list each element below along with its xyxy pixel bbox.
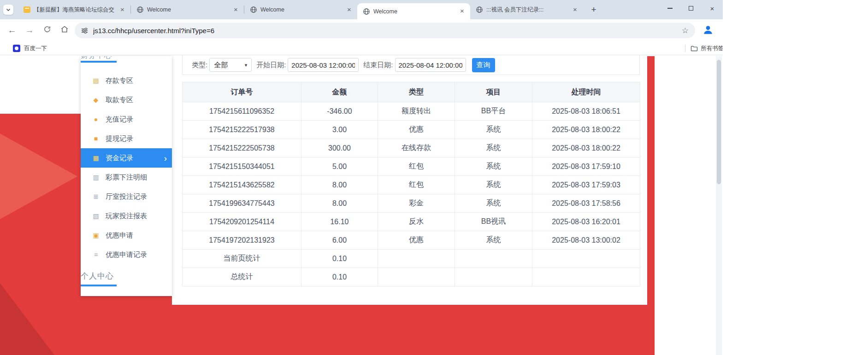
records-table: 订单号 金额 类型 项目 处理时间 1754215611096352-346.0… <box>182 82 640 286</box>
cell: 系统 <box>455 231 532 250</box>
all-bookmarks-button[interactable]: 所有书签 <box>691 43 723 54</box>
bookmark-baidu[interactable]: 百度一下 <box>9 43 51 54</box>
home-icon <box>60 25 69 34</box>
tab-title: :::视讯 会员下注纪录::: <box>486 6 567 14</box>
type-select[interactable]: 全部 ▾ <box>209 58 252 72</box>
tab-close-icon[interactable]: × <box>345 6 354 14</box>
cell: 2025-08-03 17:58:56 <box>532 194 640 213</box>
table-row: 17541996347754438.00彩金系统2025-08-03 17:58… <box>183 194 640 213</box>
bookmark-star-icon[interactable]: ☆ <box>682 26 689 35</box>
cell: 0.10 <box>301 268 378 286</box>
section-underline <box>81 285 117 286</box>
profile-avatar[interactable] <box>701 23 715 37</box>
cell: 总统计 <box>183 268 301 286</box>
sidebar-item-player-bet-report[interactable]: ▨ 玩家投注报表 <box>81 206 172 226</box>
sidebar: 财务中心 ▤ 存款专区 ◆ 取款专区 ● 充值记录 ■ 提现记录 <box>81 56 172 296</box>
cell: 额度转出 <box>378 102 455 121</box>
cell: 1754215143625582 <box>183 176 301 194</box>
query-button[interactable]: 查询 <box>472 58 495 72</box>
sidebar-item-label: 资金记录 <box>106 154 133 163</box>
browser-tab-1[interactable]: 【新提醒】海燕策略论坛综合交 × <box>18 0 130 19</box>
sidebar-item-hall-bet-records[interactable]: ≣ 厅室投注记录 <box>81 187 172 206</box>
tab-close-icon[interactable]: × <box>571 6 579 14</box>
end-date-label: 结束日期: <box>363 61 393 70</box>
cell: BB平台 <box>455 102 532 121</box>
browser-tab-2[interactable]: Welcome × <box>131 0 244 19</box>
recharge-icon: ● <box>92 116 100 123</box>
col-project: 项目 <box>455 82 532 102</box>
tab-close-icon[interactable]: × <box>458 7 466 16</box>
cell: 8.00 <box>301 194 378 213</box>
page-scrollbar[interactable] <box>716 56 722 355</box>
forward-button[interactable]: → <box>23 25 36 35</box>
cell: 优惠 <box>378 231 455 250</box>
close-window-button[interactable]: × <box>702 0 723 17</box>
table-header-row: 订单号 金额 类型 项目 处理时间 <box>183 82 640 102</box>
cell: 2025-08-03 17:59:03 <box>532 176 640 194</box>
filter-bar: 类型: 全部 ▾ 开始日期: 结束日期: 查询 <box>182 55 640 75</box>
sidebar-item-withdrawal-records[interactable]: ■ 提现记录 <box>81 129 172 148</box>
cell: 0.10 <box>301 250 378 268</box>
end-date-input[interactable] <box>395 58 466 72</box>
sidebar-item-label: 取款专区 <box>106 96 133 105</box>
table-row: 1754215611096352-346.00额度转出BB平台2025-08-0… <box>183 102 640 121</box>
bookmarks-bar: 百度一下 所有书签 <box>0 41 723 55</box>
sidebar-item-label: 彩票下注明细 <box>106 173 147 182</box>
tab-search-button[interactable] <box>3 5 13 15</box>
site-info-icon[interactable] <box>81 27 88 34</box>
tab-title: Welcome <box>147 6 228 13</box>
cell: -346.00 <box>301 102 378 121</box>
home-button[interactable] <box>58 25 71 36</box>
scrollbar-thumb[interactable] <box>717 60 721 184</box>
folder-icon <box>691 45 698 52</box>
section-underline <box>81 61 117 63</box>
cell: 系统 <box>455 176 532 194</box>
decor-triangle-light <box>0 134 77 219</box>
tab-close-icon[interactable]: × <box>118 6 127 14</box>
minimize-button[interactable] <box>659 0 680 17</box>
maximize-button[interactable] <box>680 0 702 17</box>
tab-strip: 【新提醒】海燕策略论坛综合交 × Welcome × Welcome × <box>0 0 723 19</box>
address-bar[interactable]: js13.cc/hhcp/usercenter.html?iniType=6 ☆ <box>75 23 695 38</box>
url-text[interactable]: js13.cc/hhcp/usercenter.html?iniType=6 <box>93 27 678 35</box>
maximize-icon <box>689 6 693 11</box>
refresh-button[interactable] <box>41 25 53 35</box>
sidebar-item-funds-records[interactable]: ▦ 资金记录 › <box>81 148 172 168</box>
cell: 2025-08-03 18:06:51 <box>532 102 640 121</box>
browser-tab-4-active[interactable]: Welcome × <box>357 3 470 19</box>
cell: 1754215150344051 <box>183 157 301 176</box>
cell: 系统 <box>455 194 532 213</box>
back-button[interactable]: ← <box>6 25 18 35</box>
type-label: 类型: <box>192 61 207 70</box>
cell: 系统 <box>455 139 532 157</box>
new-tab-button[interactable]: + <box>588 4 600 16</box>
cell: 16.10 <box>301 213 378 231</box>
cell: BB视讯 <box>455 213 532 231</box>
sidebar-item-deposit-zone[interactable]: ▤ 存款专区 <box>81 71 172 90</box>
cell <box>532 268 640 286</box>
browser-tab-3[interactable]: Welcome × <box>244 0 357 19</box>
tab-title: 【新提醒】海燕策略论坛综合交 <box>34 6 115 14</box>
withdraw-icon: ◆ <box>92 96 100 104</box>
cell: 1754209201254114 <box>183 213 301 231</box>
tab-close-icon[interactable]: × <box>231 6 240 14</box>
sidebar-item-withdraw-zone[interactable]: ◆ 取款专区 <box>81 90 172 110</box>
sidebar-item-recharge-records[interactable]: ● 充值记录 <box>81 110 172 129</box>
sidebar-item-promo-application-records[interactable]: ≡ 优惠申请记录 <box>81 245 172 264</box>
sidebar-item-promo-application[interactable]: ▣ 优惠申请 <box>81 226 172 245</box>
start-date-label: 开始日期: <box>256 61 286 70</box>
table-row: 17542151436255828.00红包系统2025-08-03 17:59… <box>183 176 640 194</box>
minimize-icon <box>667 8 673 9</box>
browser-tab-5[interactable]: :::视讯 会员下注纪录::: × <box>470 0 583 19</box>
page-top-left-panel <box>0 56 81 114</box>
sidebar-item-label: 厅室投注记录 <box>106 192 147 201</box>
col-order-id: 订单号 <box>183 82 301 102</box>
sidebar-item-label: 优惠申请 <box>106 231 133 240</box>
sidebar-menu: ▤ 存款专区 ◆ 取款专区 ● 充值记录 ■ 提现记录 ▦ 资金记录 <box>81 71 172 264</box>
sidebar-item-lottery-bet-details[interactable]: ▥ 彩票下注明细 <box>81 168 172 187</box>
toolbar: ← → js13.cc/hhcp/usercenter.html?iniType… <box>0 19 723 41</box>
start-date-input[interactable] <box>288 58 359 72</box>
cell: 彩金 <box>378 194 455 213</box>
cell <box>378 250 455 268</box>
browser-window: 【新提醒】海燕策略论坛综合交 × Welcome × Welcome × <box>0 0 723 355</box>
